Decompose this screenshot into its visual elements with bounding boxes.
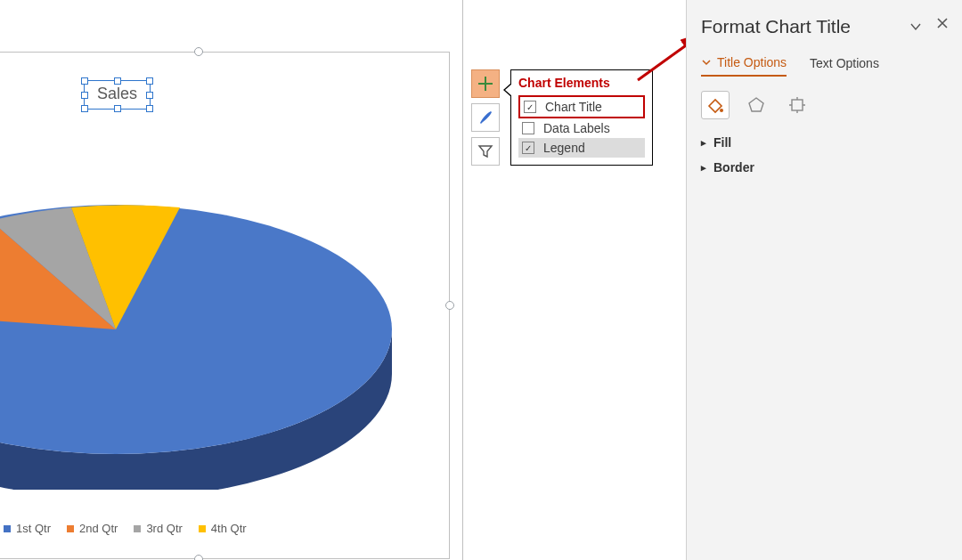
chart-legend[interactable]: 1st Qtr 2nd Qtr 3rd Qtr 4th Qtr (4, 522, 247, 535)
chart-title[interactable]: Sales (84, 80, 151, 110)
legend-item-q2[interactable]: 2nd Qtr (67, 522, 118, 535)
legend-item-q1[interactable]: 1st Qtr (4, 522, 51, 535)
chevron-down-icon (909, 20, 923, 34)
pentagon-icon (746, 95, 766, 115)
elements-item-legend[interactable]: ✓ Legend (518, 138, 645, 158)
legend-item-q3[interactable]: 3rd Qtr (134, 522, 182, 535)
item-label: Chart Title (545, 100, 602, 114)
item-label: Data Labels (543, 121, 610, 135)
chart-elements-button[interactable] (471, 69, 500, 98)
pane-options-dropdown[interactable] (909, 20, 923, 37)
tab-label: Text Options (810, 56, 879, 70)
chart-elements-popup[interactable]: Chart Elements ✓ Chart Title Data Labels… (510, 69, 653, 166)
checkbox-unchecked-icon[interactable] (522, 122, 534, 134)
legend-swatch (199, 525, 206, 532)
section-border[interactable]: ▸ Border (701, 160, 948, 174)
item-label: Legend (543, 141, 585, 155)
chart-float-buttons (471, 69, 500, 166)
caret-right-icon: ▸ (701, 162, 706, 174)
chart-canvas[interactable]: Sales 1st Qtr 2nd Qtr (0, 0, 463, 560)
caret-right-icon: ▸ (701, 137, 706, 149)
popup-title: Chart Elements (518, 76, 645, 90)
plus-icon (477, 76, 493, 92)
category-icons (701, 91, 948, 119)
title-handle[interactable] (114, 77, 121, 85)
pie-chart[interactable] (0, 107, 428, 490)
title-handle[interactable] (146, 77, 153, 85)
title-handle[interactable] (81, 92, 88, 99)
close-icon (935, 16, 950, 30)
chevron-down-icon (701, 57, 712, 68)
brush-icon (477, 110, 493, 126)
tab-title-options[interactable]: Title Options (701, 55, 787, 77)
legend-swatch (67, 525, 74, 532)
size-props-icon (787, 95, 807, 115)
legend-item-q4[interactable]: 4th Qtr (199, 522, 247, 535)
svg-point-2 (720, 109, 723, 112)
category-size-properties[interactable] (783, 91, 811, 119)
close-pane-button[interactable] (935, 16, 950, 34)
svg-rect-3 (792, 100, 803, 110)
resize-handle-top[interactable] (194, 47, 203, 56)
title-handle[interactable] (81, 77, 88, 85)
section-label: Fill (713, 135, 731, 150)
paint-bucket-icon (705, 95, 725, 115)
legend-label: 3rd Qtr (146, 522, 182, 535)
section-label: Border (713, 160, 754, 174)
resize-handle-right[interactable] (445, 301, 454, 310)
chart-title-text: Sales (97, 85, 137, 102)
legend-label: 4th Qtr (211, 522, 247, 535)
section-fill[interactable]: ▸ Fill (701, 135, 948, 150)
elements-item-chart-title[interactable]: ✓ Chart Title (518, 95, 645, 118)
legend-label: 2nd Qtr (79, 522, 118, 535)
pane-tabs: Title Options Text Options (701, 55, 948, 77)
category-fill-line[interactable] (701, 91, 730, 119)
legend-swatch (134, 525, 141, 532)
title-handle[interactable] (146, 92, 153, 99)
checkbox-checked-icon[interactable]: ✓ (524, 101, 536, 113)
resize-handle-bottom[interactable] (194, 555, 203, 560)
tab-text-options[interactable]: Text Options (810, 55, 879, 77)
legend-label: 1st Qtr (16, 522, 51, 535)
checkbox-checked-icon[interactable]: ✓ (522, 142, 534, 154)
category-effects[interactable] (742, 91, 770, 119)
format-chart-title-pane: Format Chart Title Title Options Text Op… (686, 0, 962, 560)
legend-swatch (4, 525, 11, 532)
tab-label: Title Options (717, 55, 787, 69)
funnel-icon (477, 143, 493, 159)
elements-item-data-labels[interactable]: Data Labels (518, 118, 645, 138)
chart-filters-button[interactable] (471, 137, 500, 166)
chart-styles-button[interactable] (471, 103, 500, 132)
